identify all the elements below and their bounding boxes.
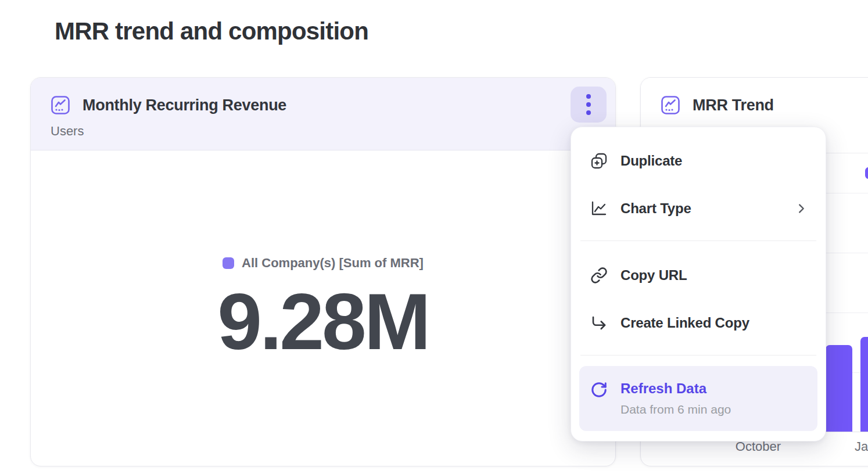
chart-icon — [661, 95, 680, 115]
mrr-card-header: Monthly Recurring Revenue Users — [31, 78, 615, 150]
mrr-card: Monthly Recurring Revenue Users All Comp… — [30, 77, 616, 466]
page-title: MRR trend and composition — [55, 17, 368, 45]
menu-divider — [580, 355, 816, 356]
menu-item-label: Duplicate — [620, 153, 682, 169]
menu-divider — [580, 240, 816, 241]
menu-item-create-linked-copy[interactable]: Create Linked Copy — [571, 299, 826, 347]
menu-item-duplicate[interactable]: Duplicate — [571, 137, 826, 185]
duplicate-icon — [590, 152, 608, 170]
chart-type-icon — [590, 199, 608, 218]
big-number-value: 9.28M — [217, 281, 429, 361]
card-menu-button[interactable] — [571, 87, 607, 123]
menu-item-refresh-data[interactable]: Refresh Data Data from 6 min ago — [579, 366, 817, 431]
mrr-card-title: Monthly Recurring Revenue — [83, 96, 286, 114]
chart-icon — [51, 95, 70, 115]
kebab-icon — [586, 94, 591, 115]
trend-card-title-row: MRR Trend — [661, 95, 868, 115]
refresh-icon — [590, 380, 608, 399]
trend-card-title: MRR Trend — [693, 96, 774, 114]
menu-item-label: Create Linked Copy — [620, 315, 749, 331]
menu-item-label: Refresh Data — [620, 380, 731, 397]
menu-item-label: Chart Type — [620, 200, 691, 217]
legend-swatch — [223, 257, 234, 269]
trend-bar[interactable] — [860, 337, 868, 432]
x-axis-label: Ja — [855, 439, 868, 454]
link-icon — [590, 266, 608, 285]
mrr-card-subtitle: Users — [51, 124, 615, 139]
menu-item-chart-type[interactable]: Chart Type — [571, 185, 826, 232]
trend-legend-swatch — [865, 167, 868, 179]
refresh-status-text: Data from 6 min ago — [620, 402, 731, 417]
trend-bar[interactable] — [826, 345, 852, 432]
legend-label: All Company(s) [Sum of MRR] — [242, 256, 424, 271]
dashboard-page: MRR trend and composition Monthly Recurr… — [0, 0, 868, 474]
menu-item-copy-url[interactable]: Copy URL — [571, 252, 826, 299]
menu-item-label: Copy URL — [620, 267, 687, 283]
context-menu: Duplicate Chart Type — [571, 127, 826, 441]
corner-down-right-icon — [590, 314, 608, 332]
legend: All Company(s) [Sum of MRR] — [223, 256, 424, 271]
mrr-card-body: All Company(s) [Sum of MRR] 9.28M — [31, 150, 615, 466]
chevron-right-icon — [794, 202, 808, 216]
mrr-card-title-row: Monthly Recurring Revenue — [51, 95, 615, 115]
